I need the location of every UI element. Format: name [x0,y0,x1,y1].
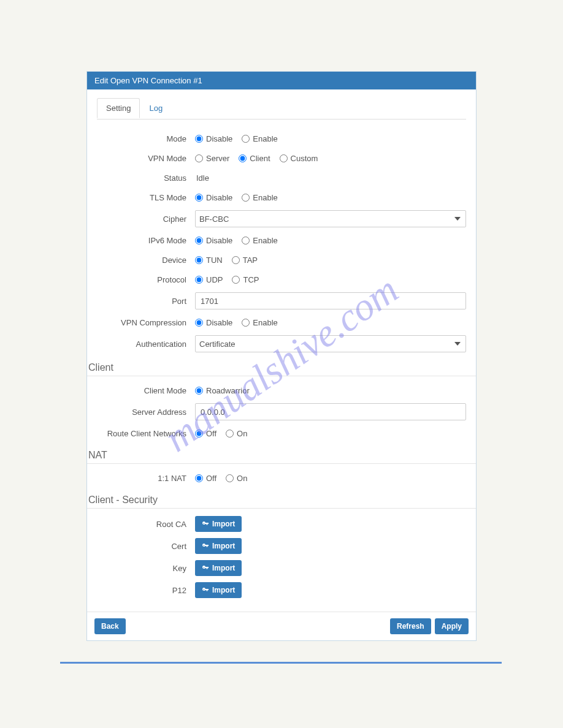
row-auth: Authentication Certificate [97,335,466,352]
row-root-ca: Root CA Import [97,516,466,532]
refresh-button[interactable]: Refresh [390,618,431,634]
select-auth[interactable]: Certificate [195,335,466,352]
radio-device-tun[interactable]: TUN [195,256,223,265]
panel-title: Edit Open VPN Connection #1 [87,72,476,89]
row-route-client: Route Client Networks Off On [97,427,466,440]
select-cipher[interactable]: BF-CBC [195,210,466,227]
radio-mode-enable[interactable]: Enable [242,134,277,143]
key-icon [202,542,209,550]
label-key: Key [97,564,195,573]
row-nat: 1:1 NAT Off On [97,471,466,485]
vpn-edit-panel: Edit Open VPN Connection #1 Setting Log … [86,71,477,641]
tabs: Setting Log [97,98,466,119]
radio-route-off[interactable]: Off [195,429,216,438]
row-port: Port [97,292,466,309]
radio-vpn-server[interactable]: Server [195,154,229,163]
label-status: Status [97,173,195,183]
radio-tls-enable[interactable]: Enable [242,193,277,202]
key-icon [202,564,209,572]
back-button[interactable]: Back [94,618,126,634]
row-cipher: Cipher BF-CBC [97,210,466,227]
row-server-address: Server Address [97,403,466,420]
import-root-ca-button[interactable]: Import [195,516,242,532]
label-tls-mode: TLS Mode [97,193,195,202]
import-p12-button[interactable]: Import [195,582,242,598]
row-status: Status Idle [97,171,466,184]
row-compression: VPN Compression Disable Enable [97,316,466,329]
label-p12: P12 [97,586,195,595]
radio-device-tap[interactable]: TAP [232,256,258,265]
key-icon [202,520,209,528]
panel-body: Setting Log Mode Disable Enable VPN Mode… [87,89,476,612]
label-root-ca: Root CA [97,520,195,529]
label-ipv6: IPv6 Mode [97,236,195,245]
radio-nat-on[interactable]: On [226,474,247,483]
label-nat: 1:1 NAT [97,474,195,483]
radio-proto-udp[interactable]: UDP [195,275,223,284]
radio-route-on[interactable]: On [226,429,247,438]
status-value: Idle [195,173,209,183]
radio-proto-tcp[interactable]: TCP [232,275,259,284]
input-server-address[interactable] [195,403,466,420]
import-cert-button[interactable]: Import [195,538,242,554]
radio-ipv6-enable[interactable]: Enable [242,236,277,245]
label-protocol: Protocol [97,275,195,284]
section-client-title: Client [87,358,476,376]
row-ipv6: IPv6 Mode Disable Enable [97,233,466,247]
label-auth: Authentication [97,339,195,349]
label-server-address: Server Address [97,408,195,417]
import-key-button[interactable]: Import [195,560,242,576]
tab-log[interactable]: Log [140,98,172,118]
row-vpn-mode: VPN Mode Server Client Custom [97,151,466,165]
label-client-mode: Client Mode [97,386,195,395]
label-vpn-mode: VPN Mode [97,154,195,163]
radio-vpn-client[interactable]: Client [239,154,270,163]
label-mode: Mode [97,134,195,143]
radio-client-roadwarrior[interactable]: Roadwarrior [195,386,250,395]
row-mode: Mode Disable Enable [97,132,466,145]
row-client-mode: Client Mode Roadwarrior [97,384,466,397]
row-protocol: Protocol UDP TCP [97,273,466,286]
page-divider [60,662,502,664]
radio-ipv6-disable[interactable]: Disable [195,236,232,245]
radio-nat-off[interactable]: Off [195,474,216,483]
row-tls-mode: TLS Mode Disable Enable [97,191,466,204]
panel-footer: Back Refresh Apply [87,612,476,640]
label-compression: VPN Compression [97,318,195,327]
label-cert: Cert [97,542,195,551]
radio-mode-disable[interactable]: Disable [195,134,232,143]
label-port: Port [97,297,195,306]
tab-setting[interactable]: Setting [97,98,140,118]
radio-tls-disable[interactable]: Disable [195,193,232,202]
radio-comp-enable[interactable]: Enable [242,318,277,327]
row-device: Device TUN TAP [97,253,466,267]
section-security-title: Client - Security [87,491,476,509]
section-nat-title: NAT [87,446,476,464]
label-device: Device [97,256,195,265]
label-cipher: Cipher [97,214,195,224]
input-port[interactable] [195,292,466,309]
label-route-client: Route Client Networks [97,429,195,438]
row-cert: Cert Import [97,538,466,554]
radio-vpn-custom[interactable]: Custom [280,154,318,163]
row-key: Key Import [97,560,466,576]
radio-comp-disable[interactable]: Disable [195,318,232,327]
key-icon [202,586,209,594]
row-p12: P12 Import [97,582,466,598]
apply-button[interactable]: Apply [435,618,469,634]
